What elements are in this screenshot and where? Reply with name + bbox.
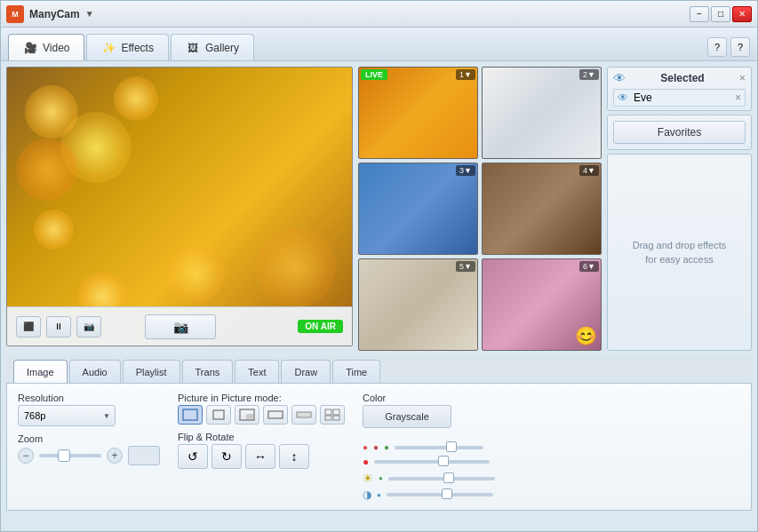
color-slider-1-thumb [446,441,457,452]
camera-button-small[interactable]: 📷 [76,316,101,337]
grid-cell-5[interactable]: 5▼ [358,258,478,351]
record-button[interactable]: ⬛ [16,316,41,337]
restore-button[interactable]: □ [711,6,730,22]
window-controls: − □ ✕ [690,6,752,22]
rotate-ccw-button[interactable]: ↺ [178,444,208,469]
flip-v-button[interactable]: ↕ [279,444,309,469]
item-remove-icon[interactable]: × [735,91,741,104]
bokeh-4 [16,139,78,201]
effects-tab-icon: ✨ [101,41,116,55]
tab-image[interactable]: Image [13,360,68,383]
resolution-select[interactable]: 480p 720p 768p 1080p [18,405,116,426]
pip-icon-3 [239,409,255,421]
titlebar-dropdown[interactable]: ▼ [85,9,94,19]
color-label: Color [363,393,740,403]
color-slider-4-thumb [442,488,452,499]
rotate-cw-button[interactable]: ↻ [211,444,242,469]
pip-label: Picture in Picture mode: [178,393,345,403]
drag-drop-area: Drag and drop effectsfor easy access [607,154,752,351]
help-button-1[interactable]: ? [707,37,727,57]
flip-row: ↺ ↻ ↔ ↕ [178,444,345,469]
pip-btn-6[interactable] [320,405,345,425]
main-video: ⬛ ⏸ 📷 📷 ON AIR [6,67,353,346]
tabbar-right: ? ? [707,37,750,60]
tab-gallery-label: Gallery [205,42,239,54]
grid-cell-6[interactable]: 6▼ 😊 [482,258,602,351]
tab-text[interactable]: Text [235,360,279,383]
svg-rect-7 [333,409,339,415]
video-grid: LIVE 1▼ 2▼ 3▼ 4▼ 5▼ 6▼ 😊 [358,67,602,351]
titlebar: M ManyCam ▼ − □ ✕ [1,1,757,28]
onair-badge: ON AIR [298,320,343,333]
close-button[interactable]: ✕ [732,6,752,22]
svg-rect-9 [333,416,339,420]
favorites-panel: Favorites [607,115,752,150]
col-resolution-zoom: Resolution 480p 720p 768p 1080p ▼ [18,393,160,501]
minimize-button[interactable]: − [690,6,709,22]
contrast-icon: ◑ [363,488,371,501]
color-row-2: ● [363,456,740,468]
main-content: ⬛ ⏸ 📷 📷 ON AIR LIVE 1▼ 2▼ 3▼ [1,61,757,531]
pip-icon-2 [211,409,227,421]
svg-rect-8 [325,416,331,420]
svg-rect-5 [297,412,311,417]
tab-time[interactable]: Time [332,360,380,383]
color-dot-green-1: ● [384,442,389,452]
col-pip-flip: Picture in Picture mode: [178,393,345,501]
video-bottom-controls: ⬛ ⏸ 📷 📷 ON AIR [7,306,352,345]
flip-h-button[interactable]: ↔ [245,444,275,469]
favorites-button[interactable]: Favorites [613,121,746,144]
color-slider-4[interactable] [387,493,493,496]
pause-button[interactable]: ⏸ [46,316,71,337]
color-dot-blue: ● [377,491,381,499]
tab-audio[interactable]: Audio [69,360,121,383]
tab-effects-label: Effects [121,42,153,54]
selected-panel-close[interactable]: × [739,72,746,84]
pip-icon-5 [296,409,312,421]
grid-cell-2[interactable]: 2▼ [482,67,602,159]
app-title: ManyCam [29,8,80,20]
cell-6-num: 6▼ [579,261,599,272]
grid-cell-3[interactable]: 3▼ [358,163,478,255]
tab-playlist[interactable]: Playlist [123,360,180,383]
zoom-row: − + [18,446,160,465]
app-logo: M [6,5,24,23]
resolution-label: Resolution [18,393,160,403]
tab-draw[interactable]: Draw [281,360,331,383]
zoom-slider-thumb [58,449,70,462]
zoom-slider[interactable] [39,454,101,457]
cell-5-num: 5▼ [456,261,475,272]
color-sliders: ● ● ● ● [363,442,740,501]
snapshot-button[interactable]: 📷 [145,314,216,339]
pip-btn-3[interactable] [235,405,259,425]
pip-row [178,405,345,425]
color-slider-3[interactable] [388,477,495,480]
pip-btn-4[interactable] [263,405,288,425]
col-color: Color Grayscale ● ● ● [363,393,740,501]
color-row-3: ☀ ● [363,472,740,485]
help-button-2[interactable]: ? [730,37,750,57]
live-badge: LIVE [361,69,387,80]
tab-trans[interactable]: Trans [182,360,234,383]
grayscale-button[interactable]: Grayscale [363,405,451,428]
zoom-plus-button[interactable]: + [107,448,123,464]
pip-btn-1[interactable] [178,405,203,425]
zoom-minus-button[interactable]: − [18,448,34,464]
bokeh-5 [34,210,74,250]
color-row-1: ● ● ● [363,442,740,452]
color-slider-2[interactable] [374,460,490,464]
tab-video[interactable]: 🎥 Video [8,34,84,60]
color-slider-1[interactable] [395,446,483,449]
pip-btn-5[interactable] [291,405,316,425]
selected-title: Selected [660,72,704,84]
color-icon-2: ● [363,456,369,468]
emoji-sticker: 😊 [575,325,597,346]
grid-cell-1[interactable]: LIVE 1▼ [358,67,478,159]
pip-btn-2[interactable] [206,405,231,425]
pip-section: Picture in Picture mode: [178,393,345,425]
svg-rect-6 [325,409,331,415]
grid-cell-4[interactable]: 4▼ [482,163,602,255]
zoom-display [128,446,160,465]
tab-gallery[interactable]: 🖼 Gallery [171,34,254,60]
tab-effects[interactable]: ✨ Effects [86,34,168,60]
